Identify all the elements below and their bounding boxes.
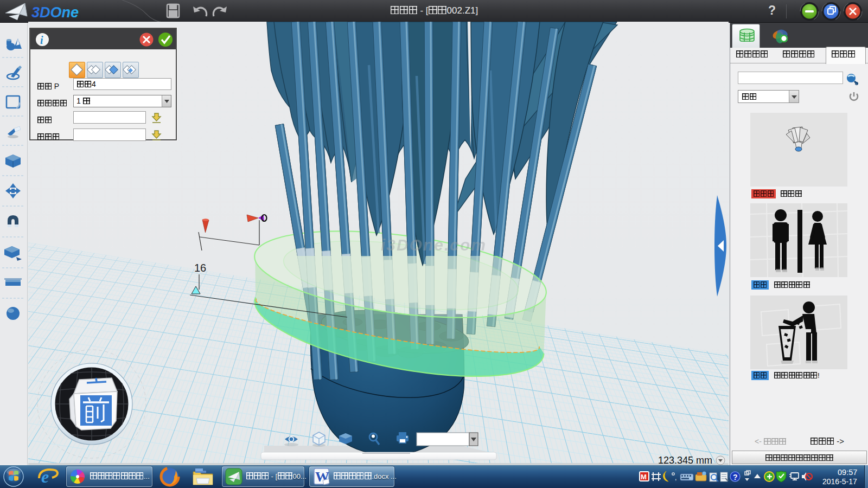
svg-text:i: i xyxy=(40,34,43,46)
svg-text:3DOne: 3DOne xyxy=(31,4,79,21)
svg-text:?: ? xyxy=(733,473,738,481)
svg-text:16: 16 xyxy=(194,262,206,274)
svg-text:M: M xyxy=(641,473,647,481)
svg-text:123.345 mm: 123.345 mm xyxy=(658,455,712,465)
svg-text:,: , xyxy=(675,474,676,481)
svg-text:i3DOne.com: i3DOne.com xyxy=(381,236,487,254)
